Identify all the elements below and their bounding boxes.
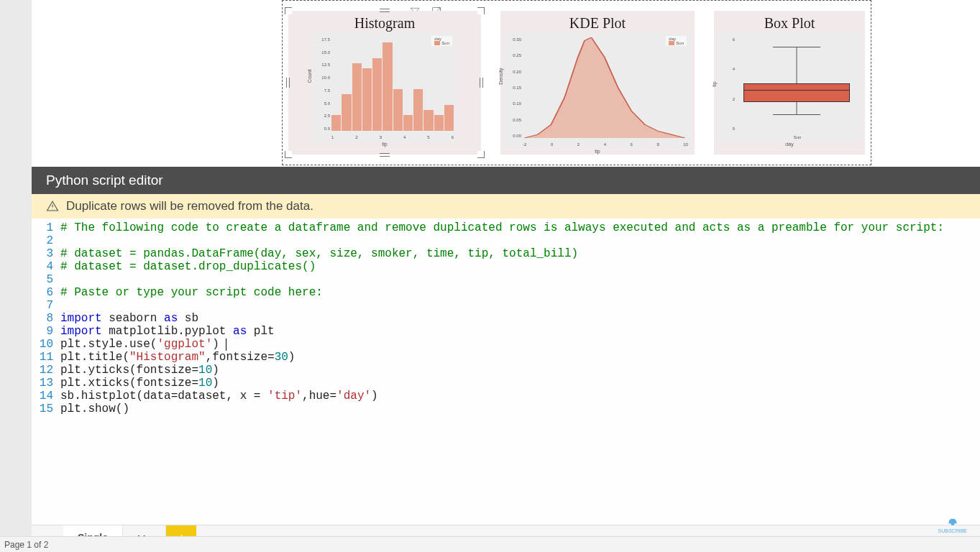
code-line-content[interactable]: plt.yticks(fontsize=10) (60, 364, 980, 377)
line-number: 4 (32, 260, 60, 273)
boxplot-visual[interactable]: Box Plot 6420 Sun tip day (714, 11, 865, 155)
warning-text: Duplicate rows will be removed from the … (66, 199, 313, 213)
line-number: 3 (32, 247, 60, 260)
histogram-bars (331, 37, 454, 131)
chart-title: Box Plot (764, 15, 815, 32)
code-line-content[interactable] (60, 234, 980, 247)
code-line-content[interactable]: plt.show() (60, 402, 980, 415)
text-cursor (226, 339, 226, 351)
line-number: 6 (32, 286, 60, 299)
code-editor[interactable]: 1# The following code to create a datafr… (32, 218, 980, 525)
code-line-content[interactable]: plt.style.use('ggplot') (60, 338, 980, 351)
chart-title: Histogram (354, 15, 415, 32)
code-line-content[interactable]: # dataset = pandas.DataFrame(day, sex, s… (60, 247, 980, 260)
line-number: 9 (32, 325, 60, 338)
report-canvas[interactable]: ••• Histogram day Sun 17.515.012.510.07.… (32, 0, 980, 167)
code-line-content[interactable]: plt.title("Histogram",fontsize=30) (60, 351, 980, 364)
code-line-content[interactable]: # The following code to create a datafra… (60, 221, 980, 234)
kde-curve (524, 37, 685, 138)
code-line-content[interactable]: import matplotlib.pyplot as plt (60, 325, 980, 338)
duplicate-warning: Duplicate rows will be removed from the … (32, 194, 980, 218)
code-line-content[interactable]: # Paste or type your script code here: (60, 286, 980, 299)
bell-icon (945, 517, 961, 528)
x-axis: Sun (736, 135, 858, 139)
line-number: 12 (32, 364, 60, 377)
visual-container[interactable]: Histogram day Sun 17.515.012.510.07.55.0… (282, 0, 871, 165)
chart-title: KDE Plot (569, 15, 626, 32)
line-number: 5 (32, 273, 60, 286)
boxplot-body (738, 40, 856, 126)
status-bar: Page 1 of 2 (0, 536, 980, 552)
line-number: 13 (32, 377, 60, 390)
line-number: 15 (32, 402, 60, 415)
line-number: 8 (32, 312, 60, 325)
line-number: 10 (32, 338, 60, 351)
subscribe-badge[interactable]: SUBSCRIBE (938, 517, 967, 533)
line-number: 11 (32, 351, 60, 364)
left-ruler (0, 0, 32, 552)
y-axis: 17.515.012.510.07.55.02.50.0 (314, 37, 330, 131)
line-number: 1 (32, 221, 60, 234)
line-number: 2 (32, 234, 60, 247)
histogram-visual[interactable]: Histogram day Sun 17.515.012.510.07.55.0… (288, 11, 481, 155)
code-line-content[interactable]: sb.histplot(data=dataset, x = 'tip',hue=… (60, 390, 980, 402)
warning-icon (46, 200, 59, 213)
y-axis: 6420 (719, 37, 735, 131)
kde-visual[interactable]: KDE Plot day Sun 0.300.250.200.150.100.0… (500, 11, 695, 155)
code-line-content[interactable] (60, 299, 980, 312)
page-indicator: Page 1 of 2 (4, 540, 48, 550)
code-line-content[interactable]: import seaborn as sb (60, 312, 980, 325)
x-axis: 123456 (331, 135, 454, 139)
x-axis: -20246810 (523, 142, 688, 147)
script-editor-header: Python script editor (32, 167, 980, 194)
line-number: 7 (32, 299, 60, 312)
code-line-content[interactable]: plt.xticks(fontsize=10) (60, 377, 980, 390)
code-line-content[interactable] (60, 273, 980, 286)
code-line-content[interactable]: # dataset = dataset.drop_duplicates() (60, 260, 980, 273)
y-axis: 0.300.250.200.150.100.050.00 (505, 37, 521, 138)
line-number: 14 (32, 390, 60, 402)
